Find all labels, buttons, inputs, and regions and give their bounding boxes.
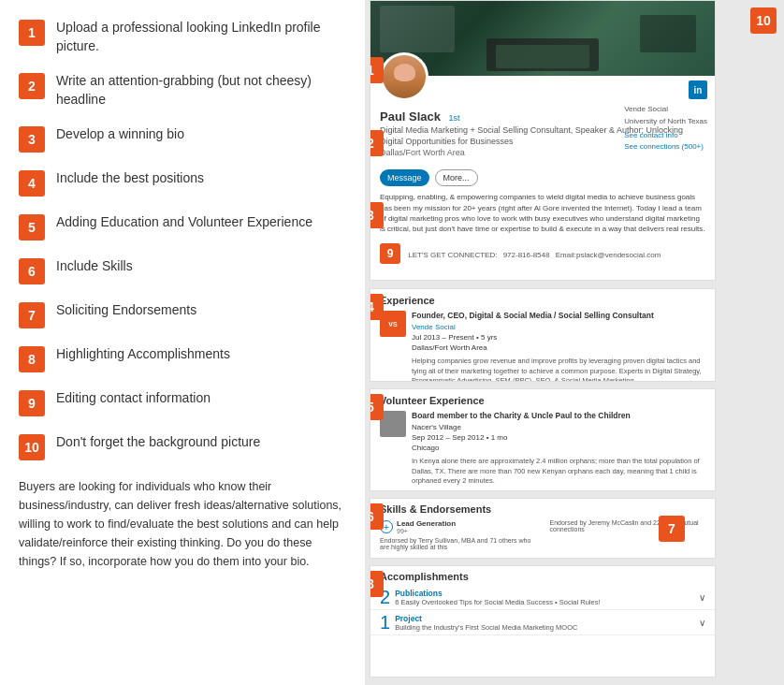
badge-3: 3 bbox=[370, 202, 384, 228]
more-button[interactable]: More... bbox=[435, 169, 478, 186]
step-item-8: 8 Highlighting Accomplishments bbox=[19, 345, 346, 372]
message-button[interactable]: Message bbox=[380, 169, 429, 186]
step-text-3: Develop a winning bio bbox=[56, 125, 184, 144]
accomplishments-block: 8 Accomplishments 2 Publications 6 Easil… bbox=[370, 565, 716, 678]
vol-description: In Kenya alone there are approximately 2… bbox=[370, 455, 715, 488]
accomplishments-title: Accomplishments bbox=[370, 566, 715, 585]
step-number-8: 8 bbox=[19, 346, 45, 372]
steps-list: 1 Upload a professional looking LinkedIn… bbox=[19, 19, 346, 460]
profile-school: University of North Texas bbox=[624, 116, 707, 128]
experience-block: 4 Experience VS Founder, CEO, Digital & … bbox=[370, 288, 716, 382]
step-item-9: 9 Editing contact information bbox=[19, 389, 346, 416]
skills-block: 6 7 Skills & Endorsements + Lead Generat… bbox=[370, 498, 716, 559]
skill-name: Lead Generation bbox=[397, 519, 456, 528]
profile-company: Vende Social bbox=[624, 104, 707, 116]
volunteer-item: Board member to the Charity & Uncle Paul… bbox=[370, 409, 715, 455]
step-number-2: 2 bbox=[19, 73, 45, 99]
exp-location: Dallas/Fort Worth Area bbox=[412, 342, 654, 353]
experience-item: VS Founder, CEO, Digital & Social Media … bbox=[370, 309, 715, 355]
skill-item-lead-gen: + Lead Generation 99+ bbox=[380, 519, 536, 534]
accomplishments-proj-item: 1 Project Building the Industry's First … bbox=[370, 610, 715, 635]
profile-avatar bbox=[380, 52, 428, 101]
step-number-3: 3 bbox=[19, 126, 45, 153]
bottom-description: Buyers are looking for individuals who k… bbox=[19, 477, 346, 571]
step-item-10: 10 Don't forget the background picture bbox=[19, 433, 346, 460]
badge-5: 5 bbox=[370, 394, 384, 420]
profile-contact-link[interactable]: See contact info bbox=[624, 130, 707, 142]
exp-details: Founder, CEO, Digital & Social Media / S… bbox=[412, 311, 654, 353]
step-number-9: 9 bbox=[19, 390, 45, 416]
acc-proj-count: 1 bbox=[380, 613, 390, 632]
profile-right-col: Vende Social University of North Texas S… bbox=[624, 104, 707, 153]
step-item-1: 1 Upload a professional looking LinkedIn… bbox=[19, 19, 346, 55]
profile-connections-link[interactable]: See connections (500+) bbox=[624, 141, 707, 153]
left-panel: 1 Upload a professional looking LinkedIn… bbox=[0, 0, 365, 685]
badge-9: 9 bbox=[380, 243, 400, 264]
profile-name: Paul Slack bbox=[380, 109, 441, 124]
exp-job-title: Founder, CEO, Digital & Social Media / S… bbox=[412, 311, 654, 322]
acc-proj-item: Building the Industry's First Social Med… bbox=[395, 623, 577, 632]
step-number-10: 10 bbox=[19, 434, 45, 460]
acc-proj-label: Project bbox=[395, 614, 577, 623]
vol-org-logo bbox=[380, 411, 406, 437]
acc-pub-left: 2 Publications 6 Easily Overlooked Tips … bbox=[380, 588, 601, 606]
chevron-down-icon[interactable]: ∨ bbox=[699, 592, 705, 603]
step-text-4: Include the best positions bbox=[56, 169, 204, 188]
acc-pub-items: 6 Easily Overlooked Tips for Social Medi… bbox=[395, 598, 600, 606]
step-text-2: Write an attention-grabbing (but not che… bbox=[56, 72, 346, 109]
acc-proj-left: 1 Project Building the Industry's First … bbox=[380, 613, 577, 632]
step-item-3: 3 Develop a winning bio bbox=[19, 125, 346, 153]
step-item-4: 4 Include the best positions bbox=[19, 169, 346, 197]
exp-dates: Jul 2013 – Present • 5 yrs bbox=[412, 332, 654, 342]
step-text-6: Include Skills bbox=[56, 257, 133, 276]
badge-10: 10 bbox=[750, 7, 777, 34]
step-number-7: 7 bbox=[19, 302, 45, 328]
skill-count: 99+ bbox=[397, 528, 456, 534]
exp-description: Helping companies grow revenue and impro… bbox=[370, 355, 715, 382]
badge-6: 6 bbox=[370, 503, 384, 530]
profile-connection: 1st bbox=[449, 113, 460, 123]
volunteer-title: Volunteer Experience bbox=[370, 389, 715, 409]
vol-location: Chicago bbox=[412, 443, 631, 453]
profile-contact-row: 9 LET'S GET CONNECTED: 972-816-8548 Emai… bbox=[370, 240, 715, 268]
acc-pub-label: Publications bbox=[395, 589, 600, 598]
profile-block: in 1 Paul Slack 1st Digital Media Market… bbox=[370, 0, 716, 281]
badge-7: 7 bbox=[659, 516, 685, 542]
profile-summary: Equipping, enabling, & empowering compan… bbox=[370, 186, 715, 240]
contact-label: LET'S GET CONNECTED: bbox=[408, 251, 497, 259]
vol-dates: Sep 2012 – Sep 2012 • 1 mo bbox=[412, 432, 631, 443]
step-number-1: 1 bbox=[19, 20, 45, 46]
vol-details: Board member to the Charity & Uncle Paul… bbox=[412, 411, 631, 453]
step-text-10: Don't forget the background picture bbox=[56, 433, 260, 452]
contact-email: Email:pslack@vendesocial.com bbox=[556, 251, 661, 259]
step-text-8: Highlighting Accomplishments bbox=[56, 345, 230, 364]
badge-1: 1 bbox=[370, 57, 384, 83]
skill-endorsed-left: Endorsed by Terry Sullivan, MBA and 71 o… bbox=[380, 537, 536, 550]
vol-org: Nacer's Village bbox=[412, 422, 631, 432]
badge-2: 2 bbox=[370, 130, 384, 156]
step-text-5: Adding Education and Volunteer Experienc… bbox=[56, 213, 312, 232]
profile-buttons: Message More... bbox=[370, 169, 715, 186]
step-item-7: 7 Soliciting Endorsements bbox=[19, 301, 346, 328]
step-number-4: 4 bbox=[19, 170, 45, 197]
skills-title: Skills & Endorsements bbox=[370, 499, 715, 517]
step-text-7: Soliciting Endorsements bbox=[56, 301, 196, 320]
right-panel: 10 in 1 Paul Slack 1st Digital M bbox=[365, 0, 784, 685]
linkedin-mockup: 10 in 1 Paul Slack 1st Digital M bbox=[365, 0, 784, 685]
step-item-5: 5 Adding Education and Volunteer Experie… bbox=[19, 213, 346, 240]
badge-4: 4 bbox=[370, 294, 384, 320]
accomplishments-pub-item: 2 Publications 6 Easily Overlooked Tips … bbox=[370, 585, 715, 610]
exp-company: Vende Social bbox=[412, 322, 654, 332]
experience-title: Experience bbox=[370, 289, 715, 309]
badge-8: 8 bbox=[370, 571, 384, 597]
linkedin-icon: in bbox=[689, 80, 707, 99]
step-text-9: Editing contact information bbox=[56, 389, 211, 408]
step-number-5: 5 bbox=[19, 214, 45, 240]
step-text-1: Upload a professional looking LinkedIn p… bbox=[56, 19, 346, 55]
volunteer-block: 5 Volunteer Experience Board member to t… bbox=[370, 388, 716, 491]
step-item-6: 6 Include Skills bbox=[19, 257, 346, 284]
vol-role: Board member to the Charity & Uncle Paul… bbox=[412, 411, 631, 422]
skills-left-col: + Lead Generation 99+ Endorsed by Terry … bbox=[380, 519, 536, 550]
chevron-down-icon-2[interactable]: ∨ bbox=[699, 618, 705, 628]
contact-phone: 972-816-8548 bbox=[503, 251, 550, 259]
